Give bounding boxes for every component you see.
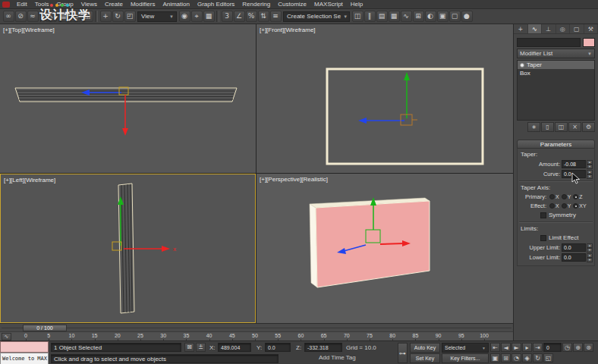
bind-to-space-warp-icon[interactable]: ≈	[27, 11, 39, 22]
tab-create[interactable]: +	[514, 24, 528, 33]
app-logo-icon[interactable]	[2, 2, 10, 8]
maximize-viewport-button[interactable]: ◱	[543, 353, 553, 362]
menu-customize[interactable]: Customize	[274, 0, 310, 9]
maxscript-mini-listener-pink[interactable]	[0, 341, 49, 353]
go-to-start-button[interactable]: ⇤	[490, 343, 500, 352]
zoom-all-button[interactable]: ⊛	[584, 343, 593, 352]
object-name-field[interactable]	[517, 38, 581, 47]
viewport-left-active[interactable]: [+][Left][Wireframe] x	[0, 174, 256, 323]
select-object-icon[interactable]: ↖	[46, 11, 57, 22]
zoom-button[interactable]: ⊕	[573, 343, 583, 352]
spinner-snap-icon[interactable]: ⇅	[258, 11, 269, 22]
edit-named-selection-sets-icon[interactable]: ≡	[270, 11, 282, 22]
add-time-tag[interactable]: Add Time Tag	[319, 354, 398, 363]
modifier-stack[interactable]: TaperBox	[517, 60, 595, 121]
unlink-selection-icon[interactable]: ⊘	[15, 11, 27, 22]
menu-tools[interactable]: Tools	[31, 0, 53, 9]
current-frame-field[interactable]: 0	[543, 343, 562, 352]
upper-limit-field[interactable]: 0.0	[562, 243, 586, 252]
effect-x-radio[interactable]	[549, 203, 555, 209]
percent-snap-icon[interactable]: %	[246, 11, 257, 22]
symmetry-checkbox[interactable]	[540, 212, 546, 218]
configure-modifier-sets-button[interactable]: ⚙	[582, 122, 595, 132]
effect-xy-radio[interactable]	[573, 203, 578, 209]
key-mode-dropdown[interactable]: Selected ▼	[442, 343, 489, 353]
absolute-offset-mode-icon[interactable]: ±	[196, 343, 206, 352]
show-end-result-button[interactable]: ▯	[541, 122, 554, 132]
viewport-left-label[interactable]: [+][Left][Wireframe]	[4, 177, 55, 184]
use-pivot-point-center-icon[interactable]: ◉	[179, 11, 190, 22]
modifier-stack-item-taper[interactable]: Taper	[518, 61, 594, 69]
zoom-extents-all-button[interactable]: ⊞	[501, 353, 511, 362]
tab-hierarchy[interactable]: ⊥	[542, 24, 556, 33]
menu-views[interactable]: Views	[77, 0, 101, 9]
viewport-perspective[interactable]: [+][Perspective][Realistic]	[257, 174, 513, 323]
rectangular-selection-icon[interactable]: ▭	[70, 11, 81, 22]
time-slider-handle[interactable]: 0 / 100	[23, 325, 67, 331]
auto-key-button[interactable]: Auto Key	[410, 343, 440, 353]
pan-button[interactable]: ◈	[522, 353, 532, 362]
menu-graph-editors[interactable]: Graph Editors	[194, 0, 238, 9]
time-configuration-button[interactable]: ◷	[562, 343, 572, 352]
menu-create[interactable]: Create	[101, 0, 127, 9]
viewport-top[interactable]: [+][Top][Wireframe]	[0, 24, 256, 173]
move-gizmo-front[interactable]	[358, 72, 417, 125]
tab-motion[interactable]: ◎	[556, 24, 571, 33]
modifier-stack-item-box[interactable]: Box	[518, 69, 594, 77]
mirror-icon[interactable]: ◫	[352, 11, 364, 22]
named-selection-sets-dropdown[interactable]: Create Selection Se▼	[283, 11, 350, 22]
viewport-front[interactable]: [+][Front][Wireframe]	[257, 24, 513, 173]
select-and-move-icon[interactable]: +	[100, 11, 112, 22]
go-to-end-button[interactable]: ⇥	[533, 343, 543, 352]
render-setup-icon[interactable]: ▣	[437, 11, 448, 22]
play-button[interactable]: ►	[511, 343, 521, 352]
viewport-front-label[interactable]: [+][Front][Wireframe]	[260, 27, 316, 33]
snap-toggle-3d-icon[interactable]: 3	[222, 11, 233, 22]
tab-utilities[interactable]: ⚒	[584, 24, 598, 33]
amount-spinner[interactable]: ▲▼	[587, 160, 593, 168]
field-of-view-button[interactable]: ◔	[511, 353, 521, 362]
amount-field[interactable]: -0.08	[562, 160, 586, 168]
lower-limit-field[interactable]: 0.0	[562, 253, 586, 262]
pin-stack-button[interactable]: ∗	[527, 122, 540, 132]
graphite-ribbon-icon[interactable]: ▦	[389, 11, 400, 22]
angle-snap-icon[interactable]: ∠	[234, 11, 245, 22]
menu-modifiers[interactable]: Modifiers	[127, 0, 159, 9]
object-color-swatch[interactable]	[583, 38, 595, 47]
reference-coordinate-system-dropdown[interactable]: View▼	[137, 11, 177, 22]
effect-y-radio[interactable]	[562, 203, 567, 209]
menu-group[interactable]: Group	[52, 0, 77, 9]
modifier-visibility-bulb-icon[interactable]	[520, 63, 524, 67]
select-and-scale-icon[interactable]: ◰	[124, 11, 136, 22]
time-slider-track[interactable]: 0 / 100	[0, 323, 513, 331]
upper-limit-spinner[interactable]: ▲▼	[587, 243, 593, 252]
material-editor-icon[interactable]: ◐	[425, 11, 436, 22]
primary-z-radio[interactable]	[573, 194, 578, 199]
zoom-extents-button[interactable]: ▣	[490, 353, 500, 362]
move-gizmo-top[interactable]	[81, 87, 128, 136]
render-production-icon[interactable]: ●	[461, 11, 473, 22]
selection-lock-icon[interactable]: ⊠	[184, 343, 194, 352]
z-coord-field[interactable]: -332.318	[304, 343, 342, 352]
select-and-rotate-icon[interactable]: ↻	[112, 11, 124, 22]
make-unique-button[interactable]: ◫	[555, 122, 568, 132]
curve-editor-icon[interactable]: ∿	[401, 11, 412, 22]
menu-edit[interactable]: Edit	[13, 0, 31, 9]
set-keys-button[interactable]: ⊶	[398, 343, 408, 363]
menu-rendering[interactable]: Rendering	[238, 0, 274, 9]
menu-maxscript[interactable]: MAXScript	[310, 0, 347, 9]
window-crossing-icon[interactable]: ◱	[82, 11, 93, 22]
menu-animation[interactable]: Animation	[159, 0, 194, 9]
primary-y-radio[interactable]	[562, 194, 567, 199]
lower-limit-spinner[interactable]: ▲▼	[587, 253, 593, 262]
box-object-front-wireframe[interactable]	[327, 69, 483, 164]
y-coord-field[interactable]: 0.0	[265, 343, 291, 352]
remove-modifier-button[interactable]: ×	[568, 122, 581, 132]
tab-display[interactable]: ▢	[570, 24, 584, 33]
x-coord-field[interactable]: 489.004	[218, 343, 251, 352]
key-filters-button[interactable]: Key Filters...	[442, 353, 489, 363]
align-icon[interactable]: ∥	[364, 11, 376, 22]
select-and-manipulate-icon[interactable]: ⌖	[191, 11, 203, 22]
orbit-button[interactable]: ↻	[533, 353, 543, 362]
rendered-frame-window-icon[interactable]: ▢	[449, 11, 461, 22]
